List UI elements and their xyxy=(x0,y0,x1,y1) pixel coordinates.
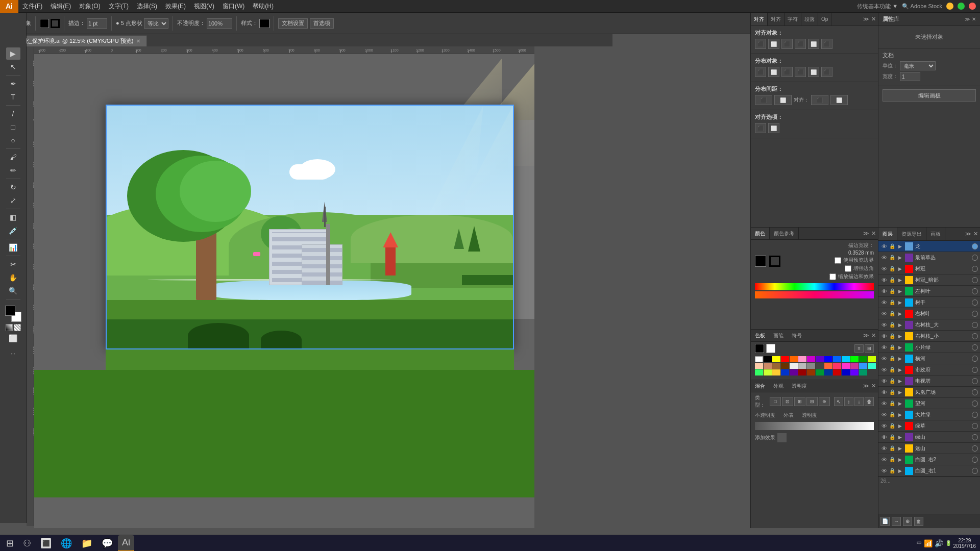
layer-arrow-icon20[interactable]: ▶ xyxy=(897,457,903,462)
layer-lock-icon15[interactable]: 🔒 xyxy=(889,400,896,406)
layer-lock-icon8[interactable]: 🔒 xyxy=(889,322,896,328)
first-selected-btn[interactable]: 首选项 xyxy=(310,18,334,29)
layer-item-frontgrass[interactable]: 👁 🔒 ▶ 最前草丛 xyxy=(878,252,980,263)
artboard-tool[interactable]: ⬜ xyxy=(6,332,20,344)
layer-item-green-hill[interactable]: 👁 🔒 ▶ 绿山 xyxy=(878,432,980,443)
sw36[interactable] xyxy=(816,369,824,375)
layer-item-right-branch-small[interactable]: 👁 🔒 ▶ 右树枝_小 xyxy=(878,331,980,342)
layer-lock-icon4[interactable]: 🔒 xyxy=(889,277,896,283)
layer-item-tower[interactable]: 👁 🔒 ▶ 电视塔 xyxy=(878,375,980,387)
new-layer-btn[interactable]: ⊕ xyxy=(903,517,912,526)
layer-eye-icon[interactable]: 👁 xyxy=(880,243,888,249)
minimize-btn[interactable] xyxy=(946,3,953,10)
none-swatch[interactable] xyxy=(14,324,21,331)
sw37[interactable] xyxy=(824,369,832,375)
sw5[interactable] xyxy=(790,356,798,362)
layer-lock-icon10[interactable]: 🔒 xyxy=(889,344,896,350)
sw24[interactable] xyxy=(833,363,841,369)
canvas-area[interactable] xyxy=(34,54,534,528)
distribute-option-btn[interactable]: ⬜ xyxy=(830,95,848,105)
sw29[interactable] xyxy=(755,369,763,375)
sw34[interactable] xyxy=(798,369,806,375)
layers-expand-btn[interactable]: ≫ xyxy=(965,231,971,237)
battery-icon[interactable]: 🔋 xyxy=(945,540,951,546)
para-tab[interactable]: 段落 xyxy=(801,13,818,26)
artboard[interactable] xyxy=(106,105,514,349)
sw39[interactable] xyxy=(842,369,850,375)
add-round-angle-cb[interactable] xyxy=(845,265,851,272)
swatches-tab[interactable]: 色板 xyxy=(751,332,769,339)
layer-arrow-icon17[interactable]: ▶ xyxy=(897,423,903,429)
op-tab[interactable]: Op xyxy=(818,13,831,26)
layer-item-view-river[interactable]: 👁 🔒 ▶ 望河 xyxy=(878,398,980,409)
layer-eye-icon14[interactable]: 👁 xyxy=(880,389,888,395)
tab-close-btn[interactable]: ✕ xyxy=(136,38,140,44)
shape-select[interactable]: 等比 xyxy=(144,18,168,29)
palette-bottom-expand[interactable]: ≫ xyxy=(863,383,869,389)
layer-lock-icon[interactable]: 🔒 xyxy=(889,243,896,249)
ellipse-tool[interactable]: ○ xyxy=(6,134,20,146)
layer-item-small-green[interactable]: 👁 🔒 ▶ 小片绿 xyxy=(878,342,980,353)
use-preview-border-cb[interactable] xyxy=(835,257,841,264)
menu-file[interactable]: 文件(F) xyxy=(18,0,46,12)
assets-tab[interactable]: 资源导出 xyxy=(897,228,926,240)
layer-lock-icon2[interactable]: 🔒 xyxy=(889,255,896,260)
layer-lock-icon14[interactable]: 🔒 xyxy=(889,389,896,395)
layer-eye-icon10[interactable]: 👁 xyxy=(880,344,888,350)
sw12[interactable] xyxy=(850,356,859,362)
pencil-tool[interactable]: ✏ xyxy=(6,164,20,177)
sw21[interactable] xyxy=(807,363,815,369)
sw27[interactable] xyxy=(859,363,867,369)
layer-lock-icon21[interactable]: 🔒 xyxy=(889,468,896,473)
sw30[interactable] xyxy=(764,369,772,375)
layer-eye-icon11[interactable]: 👁 xyxy=(880,356,888,362)
sw6[interactable] xyxy=(798,356,806,362)
layer-eye-icon3[interactable]: 👁 xyxy=(880,266,888,272)
layer-arrow-icon13[interactable]: ▶ xyxy=(897,379,903,384)
layer-item-govt[interactable]: 👁 🔒 ▶ 市政府 xyxy=(878,364,980,375)
opacity-input[interactable] xyxy=(207,18,232,29)
char-tab[interactable]: 字符 xyxy=(785,13,801,26)
windows-start-btn[interactable]: ⊞ xyxy=(2,535,18,552)
layer-lock-icon18[interactable]: 🔒 xyxy=(889,434,896,440)
layer-arrow-icon6[interactable]: ▶ xyxy=(897,300,903,305)
layer-item-far-hill[interactable]: 👁 🔒 ▶ 远山 xyxy=(878,443,980,454)
layer-item-white-circle-right2[interactable]: 👁 🔒 ▶ 白圆_右2 xyxy=(878,454,980,465)
prop-expand[interactable]: ≫ xyxy=(965,16,970,22)
layer-eye-icon15[interactable]: 👁 xyxy=(880,400,888,407)
blend-btn1[interactable]: □ xyxy=(770,397,781,406)
distribute-apply-btn[interactable]: ⬛ xyxy=(811,95,828,105)
layer-arrow-icon14[interactable]: ▶ xyxy=(897,390,903,395)
volume-icon[interactable]: 🔊 xyxy=(935,539,943,547)
direct-select-tool[interactable]: ↖ xyxy=(6,61,20,73)
palette-bottom-close[interactable]: ✕ xyxy=(871,383,876,389)
menu-help[interactable]: 帮助(H) xyxy=(249,0,278,12)
stroke-width-input[interactable] xyxy=(87,18,107,29)
layer-item-river[interactable]: 👁 🔒 ▶ 横河 xyxy=(878,353,980,364)
layer-item-canopy-dark[interactable]: 👁 🔒 ▶ 树冠_暗部 xyxy=(878,274,980,286)
color-close-btn[interactable]: ✕ xyxy=(871,230,876,237)
layer-arrow-icon18[interactable]: ▶ xyxy=(897,435,903,440)
sw3[interactable] xyxy=(772,356,780,362)
panel-close-btn[interactable]: ✕ xyxy=(871,16,876,22)
layer-item-grass[interactable]: 👁 🔒 ▶ 绿草 xyxy=(878,420,980,432)
sw25[interactable] xyxy=(842,363,850,369)
layer-arrow-icon3[interactable]: ▶ xyxy=(897,266,903,271)
sw20[interactable] xyxy=(798,363,806,369)
align-center-h-btn[interactable]: ⬜ xyxy=(768,39,779,49)
network-icon[interactable]: 📶 xyxy=(924,539,933,547)
layer-arrow-icon9[interactable]: ▶ xyxy=(897,334,903,339)
layer-lock-icon9[interactable]: 🔒 xyxy=(889,333,896,339)
sw38[interactable] xyxy=(833,369,841,375)
layer-item-dragon[interactable]: 👁 🔒 ▶ 龙 xyxy=(878,241,980,252)
layer-eye-icon7[interactable]: 👁 xyxy=(880,311,888,317)
zoom-tool[interactable]: 🔍 xyxy=(6,285,20,297)
maximize-btn[interactable] xyxy=(958,3,965,10)
gradient-swatch[interactable] xyxy=(6,324,13,331)
layer-eye-icon5[interactable]: 👁 xyxy=(880,288,888,294)
sw40[interactable] xyxy=(850,369,859,375)
layer-arrow-icon21[interactable]: ▶ xyxy=(897,468,903,473)
sw32[interactable] xyxy=(781,369,789,375)
task-wechat-btn[interactable]: 💬 xyxy=(97,535,117,552)
line-tool[interactable]: / xyxy=(6,108,20,120)
